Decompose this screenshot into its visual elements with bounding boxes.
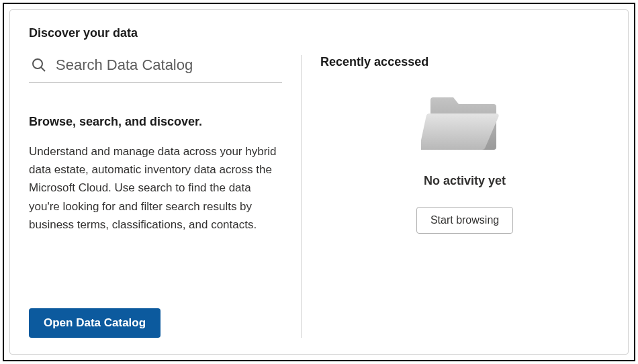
search-input[interactable] xyxy=(56,56,282,74)
card-title: Discover your data xyxy=(29,26,609,40)
empty-state: No activity yet Start browsing xyxy=(320,89,609,234)
window-frame: Discover your data Browse, search, and d… xyxy=(3,3,635,361)
columns: Browse, search, and discover. Understand… xyxy=(29,55,609,338)
recently-accessed-title: Recently accessed xyxy=(320,55,609,69)
folder-open-icon xyxy=(421,89,508,156)
info-subheading: Browse, search, and discover. xyxy=(29,115,282,129)
discover-card: Discover your data Browse, search, and d… xyxy=(9,9,629,355)
svg-line-1 xyxy=(41,67,45,71)
svg-point-0 xyxy=(33,59,42,69)
info-description: Understand and manage data across your h… xyxy=(29,142,282,281)
start-browsing-button[interactable]: Start browsing xyxy=(416,207,513,234)
empty-state-text: No activity yet xyxy=(424,174,506,188)
open-data-catalog-button[interactable]: Open Data Catalog xyxy=(29,308,161,338)
search-icon xyxy=(29,55,49,75)
right-column: Recently accessed xyxy=(302,55,609,338)
search-row[interactable] xyxy=(29,55,282,83)
left-column: Browse, search, and discover. Understand… xyxy=(29,55,302,338)
